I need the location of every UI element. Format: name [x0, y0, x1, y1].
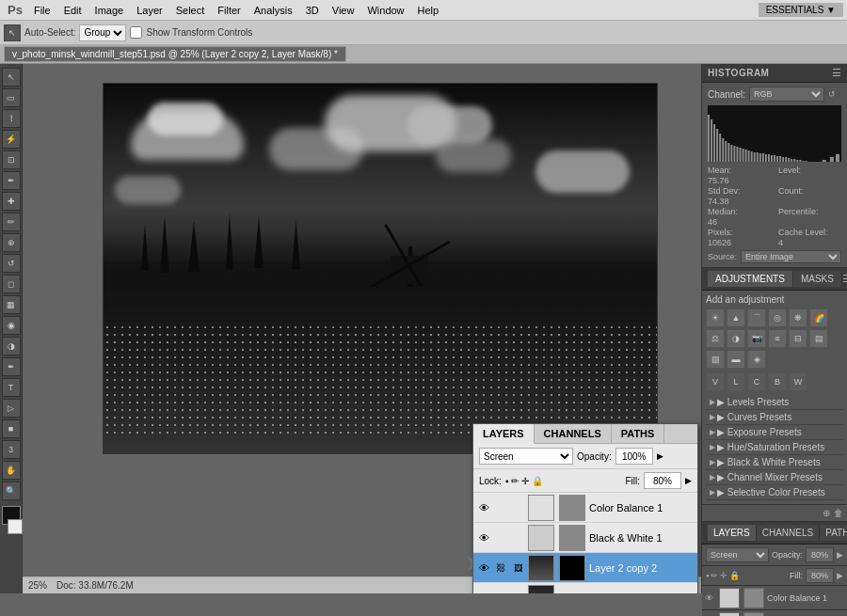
adj-colorbalance-icon[interactable]: ⚖ [706, 329, 725, 348]
layer-eye-fix[interactable]: 👁 [477, 592, 490, 594]
adj-levels-icon[interactable]: ▲ [727, 308, 745, 327]
adj-channel-mix-icon[interactable]: ≡ [768, 329, 787, 348]
adj-gradient-map-icon[interactable]: ▬ [727, 350, 745, 369]
right-opacity-arrow[interactable]: ▶ [837, 550, 843, 560]
layer-row-color-balance[interactable]: 👁 Color Balance 1 [473, 493, 697, 523]
tool-3d[interactable]: 3 [2, 440, 21, 459]
histogram-menu-icon[interactable]: ☰ [832, 67, 841, 79]
source-select[interactable]: Entire Image [741, 250, 841, 263]
menu-3d[interactable]: 3D [300, 3, 325, 18]
right-eye-colorbalance[interactable]: 👁 [705, 593, 716, 603]
preset-exposure[interactable]: ▶▶ Exposure Presets [706, 425, 843, 440]
tool-shape[interactable]: ■ [2, 419, 21, 438]
adj-icon-extra1[interactable]: V [706, 372, 725, 391]
tool-lasso[interactable]: ⌇ [2, 109, 21, 128]
essentials-button[interactable]: ESSENTIALS ▼ [759, 3, 843, 17]
right-opacity-input[interactable] [806, 547, 834, 562]
tool-crop[interactable]: ⊡ [2, 150, 21, 169]
transform-controls-checkbox[interactable] [130, 26, 142, 39]
layer-row-fix[interactable]: 👁 FIX [473, 583, 697, 593]
right-lock-icon1[interactable]: ▪ [706, 571, 709, 580]
layer-eye-bw[interactable]: 👁 [477, 531, 490, 545]
document-tab[interactable]: v_photo_minsk_windmill_step51.psd @ 25% … [4, 46, 346, 62]
adj-brightness-icon[interactable]: ☀ [706, 308, 725, 327]
adj-bw-icon[interactable]: ◑ [727, 329, 745, 348]
tool-blur[interactable]: ◉ [2, 316, 21, 335]
right-tab-layers[interactable]: LAYERS [708, 525, 757, 541]
layer-row-layer2copy2[interactable]: 👁 ⛓ 🖼 Layer 2 copy 2 [473, 553, 697, 583]
menu-image[interactable]: Image [89, 3, 130, 18]
histogram-refresh-icon[interactable]: ↺ [828, 89, 836, 99]
adj-hue-icon[interactable]: 🌈 [809, 308, 828, 327]
layers-tab-paths[interactable]: PATHS [612, 424, 665, 443]
tool-eyedropper[interactable]: ✒ [2, 171, 21, 190]
layer-mask-layer2copy2[interactable]: 🖼 [511, 561, 524, 575]
adj-photo-filter-icon[interactable]: 📷 [747, 329, 766, 348]
tab-masks[interactable]: MASKS [793, 271, 842, 287]
layer-row-bw[interactable]: 👁 Black & White 1 [473, 523, 697, 553]
tool-text[interactable]: T [2, 378, 21, 397]
channel-select[interactable]: RGBRedGreenBlue [749, 87, 824, 102]
tool-heal[interactable]: ✚ [2, 192, 21, 211]
fill-arrow[interactable]: ▶ [685, 476, 692, 485]
tool-magic-wand[interactable]: ⚡ [2, 130, 21, 149]
right-lock-icon3[interactable]: ✛ [720, 571, 727, 580]
lock-image-icon[interactable]: ✏ [511, 476, 519, 486]
layers-tab-layers[interactable]: LAYERS [473, 424, 535, 444]
adj-curves-icon[interactable]: ⌒ [747, 308, 766, 327]
right-layer-row-bw[interactable]: 👁 Black & White 1 [702, 610, 847, 616]
adj-posterize-icon[interactable]: ▤ [809, 329, 828, 348]
tool-gradient[interactable]: ▦ [2, 295, 21, 314]
adj-selective-color-icon[interactable]: ◈ [747, 350, 766, 369]
tool-clone[interactable]: ⊕ [2, 233, 21, 252]
right-lock-icon2[interactable]: ✏ [711, 571, 718, 580]
layer-eye-layer2copy2[interactable]: 👁 [477, 561, 490, 575]
right-fill-arrow[interactable]: ▶ [837, 571, 843, 580]
opacity-arrow[interactable]: ▶ [657, 451, 663, 461]
adj-delete-icon[interactable]: 🗑 [834, 508, 843, 518]
lock-position-icon[interactable]: ✛ [521, 476, 529, 486]
blend-mode-select[interactable]: ScreenNormalMultiplyOverlay [479, 448, 573, 465]
adj-exposure-icon[interactable]: ◎ [768, 308, 787, 327]
menu-analysis[interactable]: Analysis [248, 3, 298, 18]
tool-path-select[interactable]: ▷ [2, 399, 21, 418]
adj-invert-icon[interactable]: ⊟ [789, 329, 807, 348]
right-lock-icon4[interactable]: 🔒 [729, 571, 740, 580]
tool-dodge[interactable]: ◑ [2, 337, 21, 355]
tab-adjustments[interactable]: ADJUSTMENTS [708, 271, 793, 287]
right-layer-row-colorbalance[interactable]: 👁 Color Balance 1 [702, 586, 847, 610]
move-tool[interactable]: ↖ [4, 24, 21, 41]
menu-view[interactable]: View [327, 3, 360, 18]
tool-brush[interactable]: ✏ [2, 213, 21, 231]
menu-layer[interactable]: Layer [131, 3, 168, 18]
tool-select-rect[interactable]: ▭ [2, 88, 21, 107]
preset-curves[interactable]: ▶▶ Curves Presets [706, 410, 843, 425]
right-tab-channels[interactable]: CHANNELS [757, 525, 820, 541]
menu-help[interactable]: Help [412, 3, 445, 18]
preset-huesat[interactable]: ▶▶ Hue/Saturation Presets [706, 440, 843, 455]
tool-history[interactable]: ↺ [2, 254, 21, 273]
tool-pen[interactable]: ✒ [2, 357, 21, 376]
preset-selectivecolor[interactable]: ▶▶ Selective Color Presets [706, 485, 843, 500]
adj-new-layer-icon[interactable]: ⊕ [823, 508, 830, 518]
menu-edit[interactable]: Edit [58, 3, 88, 18]
tool-hand[interactable]: ✋ [2, 461, 21, 480]
lock-all-icon[interactable]: 🔒 [532, 476, 543, 486]
preset-bw[interactable]: ▶▶ Black & White Presets [706, 455, 843, 470]
lock-transparent-icon[interactable]: ▪ [505, 476, 509, 486]
adj-icon-extra2[interactable]: L [727, 372, 745, 391]
right-tab-paths[interactable]: PATHS [820, 525, 847, 541]
preset-channelmix[interactable]: ▶▶ Channel Mixer Presets [706, 470, 843, 485]
right-blend-select[interactable]: ScreenNormal [706, 547, 769, 562]
opacity-input[interactable] [615, 448, 653, 465]
layer-eye-color-balance[interactable]: 👁 [477, 501, 490, 514]
menu-window[interactable]: Window [361, 3, 409, 18]
menu-filter[interactable]: Filter [212, 3, 246, 18]
adjustments-menu-icon[interactable]: ☰ [842, 273, 847, 285]
tool-zoom[interactable]: 🔍 [2, 482, 21, 500]
right-fill-input[interactable] [806, 568, 834, 583]
adj-icon-extra4[interactable]: B [768, 372, 787, 391]
layer-chain-layer2copy2[interactable]: ⛓ [494, 561, 507, 575]
tool-eraser[interactable]: ◻ [2, 275, 21, 293]
background-color[interactable] [8, 519, 23, 534]
